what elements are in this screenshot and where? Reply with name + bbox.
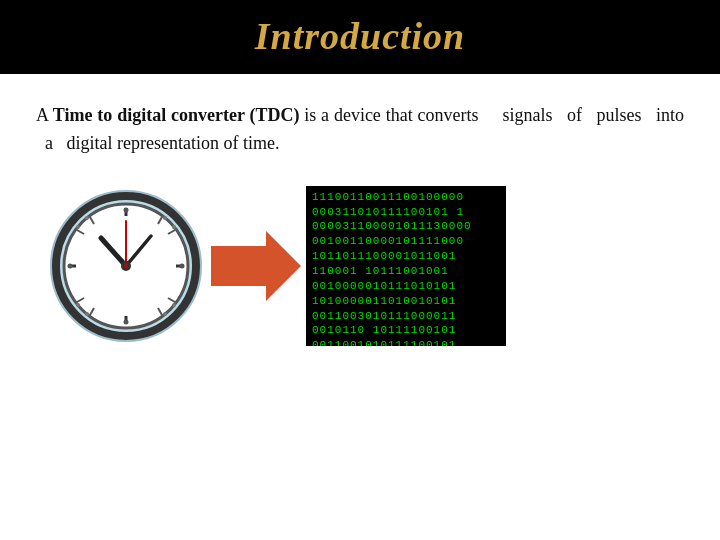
svg-point-20 bbox=[124, 264, 128, 268]
binary-line: 0011001010111100101 bbox=[312, 338, 500, 346]
svg-point-24 bbox=[180, 263, 185, 268]
svg-marker-33 bbox=[211, 231, 301, 301]
svg-point-29 bbox=[172, 303, 176, 307]
binary-line: 00100110000101111000 bbox=[312, 234, 500, 249]
tdc-bold: Time to digital converter (TDC) bbox=[53, 105, 300, 125]
svg-point-32 bbox=[163, 312, 167, 316]
binary-line: 11100110011100100000 bbox=[312, 190, 500, 205]
binary-display: 11100110011100100000 000311010111100101 … bbox=[306, 186, 506, 346]
svg-point-25 bbox=[163, 216, 167, 220]
svg-point-22 bbox=[124, 319, 129, 324]
svg-point-30 bbox=[76, 303, 80, 307]
binary-line: 000311010111100101 1 bbox=[312, 205, 500, 220]
main-content: A Time to digital converter (TDC) is a d… bbox=[0, 74, 720, 366]
binary-line: 0011003010111000011 bbox=[312, 309, 500, 324]
binary-line: 1010000011010010101 bbox=[312, 294, 500, 309]
binary-line: 000031100001011130000 bbox=[312, 219, 500, 234]
binary-line: 0010000010111010101 bbox=[312, 279, 500, 294]
svg-point-28 bbox=[172, 225, 176, 229]
svg-point-31 bbox=[85, 312, 89, 316]
svg-point-21 bbox=[124, 207, 129, 212]
svg-point-26 bbox=[85, 216, 89, 220]
svg-point-27 bbox=[76, 225, 80, 229]
binary-line: 110001 10111001001 bbox=[312, 264, 500, 279]
description-text: A Time to digital converter (TDC) is a d… bbox=[36, 102, 684, 158]
visuals-row: 11100110011100100000 000311010111100101 … bbox=[36, 186, 684, 346]
arrow-icon bbox=[206, 216, 306, 316]
binary-line: 0010110 10111100101 bbox=[312, 323, 500, 338]
header: Introduction bbox=[0, 0, 720, 74]
svg-point-23 bbox=[68, 263, 73, 268]
page-title: Introduction bbox=[255, 15, 466, 57]
clock-image bbox=[46, 186, 206, 346]
binary-line: 1011011100001011001 bbox=[312, 249, 500, 264]
